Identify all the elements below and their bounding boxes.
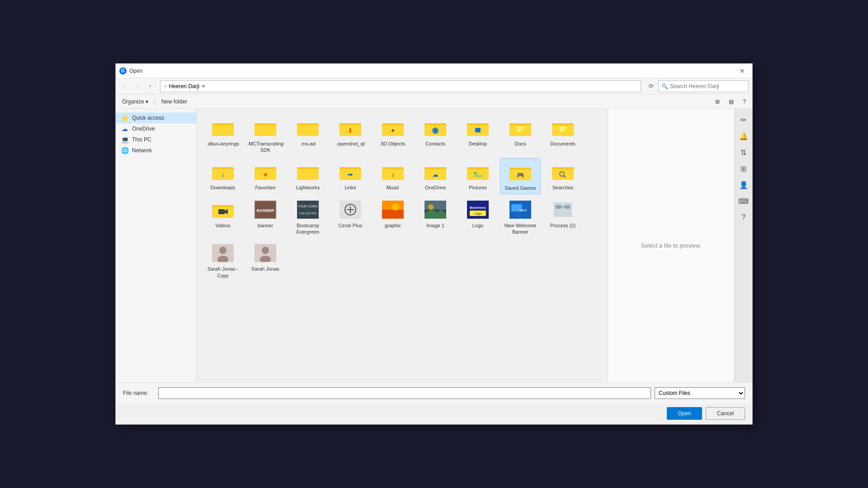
forward-button[interactable]: →	[132, 81, 143, 92]
view-icon-button[interactable]: ⊞	[712, 98, 722, 106]
file-item-openshot[interactable]: ⬇ .openshot_qt	[330, 114, 371, 156]
folder-icon: 🎮	[509, 161, 531, 183]
quick-access-icon: ⭐	[121, 114, 128, 122]
refresh-button[interactable]: ⟳	[646, 81, 656, 92]
file-name: Saved Games	[505, 185, 536, 191]
file-name: Desktop	[469, 141, 487, 147]
sidebar-item-label: This PC	[132, 136, 151, 143]
file-name: Searches	[552, 184, 573, 191]
svg-rect-59	[218, 209, 225, 214]
folder-icon: ★	[255, 161, 276, 183]
file-item-mc[interactable]: .MCTranscodingSDK	[245, 114, 286, 156]
thumbnail-icon	[212, 242, 234, 264]
app-icon: G	[119, 67, 127, 75]
up-button[interactable]: ↑	[145, 81, 156, 92]
file-name: OneDrive	[425, 184, 446, 191]
folder-icon	[509, 117, 531, 139]
svg-rect-28	[559, 129, 566, 130]
folder-icon	[212, 199, 234, 221]
file-name: Logo	[472, 222, 483, 229]
svg-text:👤: 👤	[433, 128, 439, 134]
sidebar-item-quick-access[interactable]: ⭐ Quick access	[116, 113, 197, 123]
file-item-favorites[interactable]: ★ Favorites	[245, 158, 286, 194]
folder-icon: 👤	[425, 117, 446, 139]
file-item-lightworks[interactable]: Lightworks	[288, 158, 328, 194]
file-item-image1[interactable]: Image 1	[415, 196, 456, 238]
filename-label: File name:	[123, 390, 155, 396]
file-item-graphic[interactable]: graphic	[373, 196, 413, 238]
onedrive-icon: ☁	[121, 125, 128, 132]
file-item-pictures[interactable]: Pictures	[458, 158, 498, 194]
file-name: Downloads	[211, 184, 235, 191]
action-buttons: Open Cancel	[116, 407, 752, 424]
file-item-sarah-copy[interactable]: Sarah Jonas - Copy	[203, 239, 243, 282]
folder-icon	[467, 161, 489, 183]
file-item-sarah[interactable]: Sarah Jonas	[245, 239, 286, 282]
file-item-3dobjects[interactable]: ✦ 3D Objects	[373, 114, 413, 156]
file-item-dbus[interactable]: .dbus-keyrings	[203, 114, 243, 156]
help-button[interactable]: ?	[740, 98, 749, 106]
organize-button[interactable]: Organize ▾	[119, 98, 151, 106]
bottom-bar: File name: Custom Files	[116, 382, 752, 404]
file-name: .MCTranscodingSDK	[247, 141, 284, 154]
file-item-documents[interactable]: Documents	[542, 114, 583, 156]
close-button[interactable]: ✕	[736, 65, 749, 77]
file-item-new-welcome[interactable]: NEW New Welcome Banner	[500, 196, 541, 238]
new-folder-button[interactable]: New folder	[159, 98, 190, 106]
keyboard-icon-button[interactable]: ⌨	[736, 194, 751, 208]
file-item-videos[interactable]: Videos	[203, 196, 243, 238]
edit-icon-button[interactable]: ✏	[736, 113, 751, 127]
file-item-process2[interactable]: Process (2)	[542, 196, 583, 238]
file-name: Bootcamp Evergreen	[289, 222, 326, 235]
grid-icon-button[interactable]: ⊞	[736, 161, 751, 176]
address-toolbar: ← → ↑ › › Heeren Darji › ▾ ⟳ 🔍	[116, 78, 752, 94]
thumbnail-icon	[340, 199, 361, 221]
address-bar[interactable]: › › Heeren Darji › ▾	[160, 80, 641, 92]
file-item-banner[interactable]: BANNER banner	[245, 196, 286, 238]
file-item-searches[interactable]: Searches	[542, 158, 583, 194]
filetype-select[interactable]: Custom Files	[655, 387, 745, 399]
dialog-title: Open	[129, 68, 736, 74]
help-icon-button[interactable]: ?	[736, 210, 751, 225]
file-item-links[interactable]: ➡ Links	[330, 158, 371, 194]
file-name: Music	[387, 184, 400, 191]
file-name: Videos	[215, 222, 230, 229]
folder-icon	[552, 117, 574, 139]
file-name: 3D Objects	[381, 141, 405, 147]
thumbnail-icon: NEW	[509, 199, 531, 221]
folder-icon: ➡	[340, 161, 361, 183]
file-item-logo[interactable]: BusinessLogo Logo	[458, 196, 498, 238]
open-button[interactable]: Open	[667, 407, 702, 420]
sidebar-item-this-pc[interactable]: 💻 This PC	[116, 134, 197, 145]
folder-icon	[255, 117, 276, 139]
svg-point-92	[262, 247, 269, 254]
file-item-onedrive-folder[interactable]: ☁ OneDrive	[415, 158, 456, 194]
this-pc-icon: 💻	[121, 136, 128, 143]
file-item-docs[interactable]: Docs	[500, 114, 541, 156]
file-item-saved-games[interactable]: 🎮 Saved Games	[500, 158, 541, 194]
file-item-circleplus[interactable]: Circle Plus	[330, 196, 371, 238]
cancel-button[interactable]: Cancel	[706, 407, 745, 420]
user-icon-button[interactable]: 👤	[736, 178, 751, 192]
sidebar-item-onedrive[interactable]: ☁ OneDrive	[116, 123, 197, 134]
filename-input[interactable]	[158, 387, 651, 399]
search-input[interactable]	[670, 83, 745, 89]
transfer-icon-button[interactable]: ⇅	[736, 145, 751, 160]
svg-text:⬇: ⬇	[348, 127, 353, 134]
view-list-button[interactable]: ▤	[726, 98, 736, 106]
notifications-button[interactable]: 🔔	[736, 129, 751, 143]
file-item-desktop[interactable]: Desktop	[458, 114, 498, 156]
svg-text:➡: ➡	[348, 171, 353, 178]
file-name: Favorites	[255, 184, 275, 191]
file-name: Pictures	[469, 184, 487, 191]
back-button[interactable]: ←	[119, 81, 130, 92]
sidebar-item-network[interactable]: 🌐 Network	[116, 145, 197, 156]
file-item-music[interactable]: ♪ Music	[373, 158, 413, 194]
thumbnail-icon: BANNER	[255, 199, 276, 221]
sidebar-item-label: Network	[132, 147, 152, 154]
file-item-msad[interactable]: .ms-ad	[288, 114, 328, 156]
file-item-contacts[interactable]: 👤 Contacts	[415, 114, 456, 156]
file-item-bootcamp[interactable]: YOUR COMICCOLLECTION Bootcamp Evergreen	[288, 196, 328, 238]
address-dropdown[interactable]: ▾	[203, 84, 205, 89]
file-item-downloads[interactable]: ↓ Downloads	[203, 158, 243, 194]
